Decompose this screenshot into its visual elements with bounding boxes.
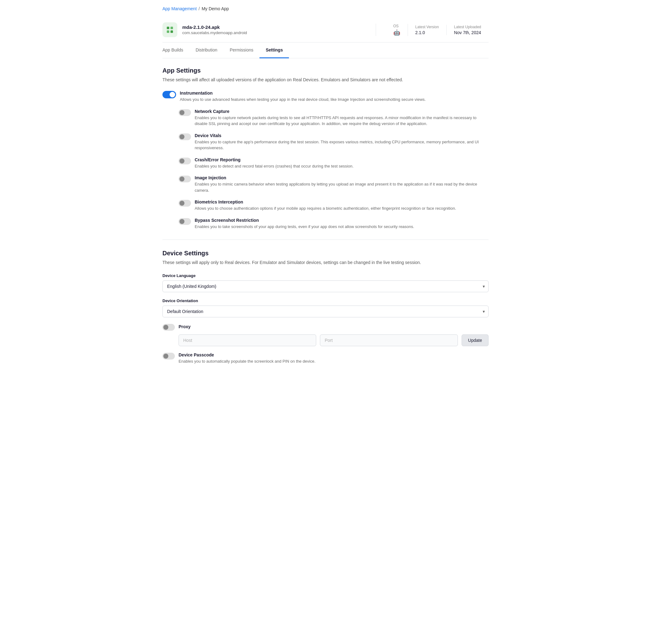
meta-uploaded: Latest Uploaded Nov 7th, 2024 xyxy=(447,25,489,35)
app-info: mda-2.1.0-24.apk com.saucelabs.mydemoapp… xyxy=(182,25,366,35)
instrumentation-toggle[interactable] xyxy=(162,91,176,98)
device-orientation-label: Device Orientation xyxy=(162,298,489,303)
meta-os: OS 🤖 xyxy=(386,24,408,36)
image-injection-toggle[interactable] xyxy=(179,176,191,182)
android-icon: 🤖 xyxy=(393,29,400,36)
breadcrumb: App Management / My Demo App xyxy=(162,6,489,11)
device-passcode-toggle[interactable] xyxy=(162,353,175,359)
breadcrumb-separator: / xyxy=(199,6,200,11)
tab-permissions[interactable]: Permissions xyxy=(223,42,259,58)
bypass-screenshot-content: Bypass Screenshot Restriction Enables yo… xyxy=(195,218,489,230)
device-passcode-content: Device Passcode Enables you to automatic… xyxy=(179,352,489,364)
tab-settings[interactable]: Settings xyxy=(259,42,289,58)
crash-error-reporting-toggle[interactable] xyxy=(179,157,191,165)
breadcrumb-current: My Demo App xyxy=(202,6,229,11)
crash-error-reporting-label: Crash/Error Reporting xyxy=(195,157,489,162)
device-language-group: Device Language English (United Kingdom)… xyxy=(162,273,489,292)
latest-uploaded-value: Nov 7th, 2024 xyxy=(454,30,481,35)
network-capture-desc: Enables you to capture network packets d… xyxy=(195,115,489,127)
proxy-label: Proxy xyxy=(179,324,191,329)
biometrics-interception-toggle[interactable] xyxy=(179,200,191,207)
instrumentation-content: Instrumentation Allows you to use advanc… xyxy=(180,91,489,103)
image-injection-desc: Enables you to mimic camera behavior whe… xyxy=(195,181,489,193)
svg-rect-4 xyxy=(170,30,173,33)
latest-version-label: Latest Version xyxy=(415,25,439,29)
biometrics-interception-row: Biometrics Interception Allows you to ch… xyxy=(179,200,489,211)
app-bundle: com.saucelabs.mydemoapp.android xyxy=(182,30,366,35)
device-passcode-label: Device Passcode xyxy=(179,352,489,357)
device-vitals-desc: Enables you to capture the app's perform… xyxy=(195,139,489,151)
proxy-update-button[interactable]: Update xyxy=(462,334,489,346)
app-filename: mda-2.1.0-24.apk xyxy=(182,25,366,30)
header-meta: OS 🤖 Latest Version 2.1.0 Latest Uploade… xyxy=(386,24,489,36)
breadcrumb-parent[interactable]: App Management xyxy=(162,6,197,11)
image-injection-label: Image Injection xyxy=(195,175,489,180)
device-vitals-toggle[interactable] xyxy=(179,134,191,140)
proxy-row: Proxy xyxy=(162,324,489,331)
device-orientation-select-wrapper: Default Orientation Portrait Landscape ▾ xyxy=(162,305,489,317)
proxy-section: Proxy Update xyxy=(162,324,489,346)
network-capture-content: Network Capture Enables you to capture n… xyxy=(195,109,489,127)
device-language-label: Device Language xyxy=(162,273,489,278)
network-capture-label: Network Capture xyxy=(195,109,489,114)
device-passcode-row: Device Passcode Enables you to automatic… xyxy=(162,352,489,364)
image-injection-content: Image Injection Enables you to mimic cam… xyxy=(195,175,489,193)
device-vitals-row: Device Vitals Enables you to capture the… xyxy=(179,133,489,151)
instrumentation-desc: Allows you to use advanced features when… xyxy=(180,96,489,103)
section-separator xyxy=(162,239,489,240)
svg-rect-1 xyxy=(167,27,169,29)
tabs: App Builds Distribution Permissions Sett… xyxy=(162,42,489,58)
instrumentation-subsettings: Network Capture Enables you to capture n… xyxy=(162,109,489,230)
device-orientation-group: Device Orientation Default Orientation P… xyxy=(162,298,489,317)
network-capture-toggle[interactable] xyxy=(179,109,191,116)
device-settings-title: Device Settings xyxy=(162,250,489,257)
device-language-select-wrapper: English (United Kingdom) English (United… xyxy=(162,281,489,292)
app-icon xyxy=(162,22,177,37)
tab-distribution[interactable]: Distribution xyxy=(189,42,223,58)
network-capture-row: Network Capture Enables you to capture n… xyxy=(179,109,489,127)
proxy-host-input[interactable] xyxy=(179,334,316,346)
proxy-port-input[interactable] xyxy=(320,334,458,346)
app-settings-description: These settings will affect all uploaded … xyxy=(162,77,489,83)
bypass-screenshot-label: Bypass Screenshot Restriction xyxy=(195,218,489,223)
proxy-inputs: Update xyxy=(179,334,489,346)
bypass-screenshot-toggle[interactable] xyxy=(179,218,191,225)
crash-error-reporting-row: Crash/Error Reporting Enables you to det… xyxy=(179,157,489,169)
app-settings-title: App Settings xyxy=(162,67,489,74)
app-header: mda-2.1.0-24.apk com.saucelabs.mydemoapp… xyxy=(162,18,489,42)
device-vitals-content: Device Vitals Enables you to capture the… xyxy=(195,133,489,151)
image-injection-row: Image Injection Enables you to mimic cam… xyxy=(179,175,489,193)
svg-rect-0 xyxy=(165,25,174,34)
crash-error-reporting-content: Crash/Error Reporting Enables you to det… xyxy=(195,157,489,169)
bypass-screenshot-desc: Enables you to take screenshots of your … xyxy=(195,224,489,230)
device-orientation-select[interactable]: Default Orientation Portrait Landscape xyxy=(162,305,489,317)
biometrics-interception-label: Biometrics Interception xyxy=(195,200,489,204)
settings-content: App Settings These settings will affect … xyxy=(162,58,489,379)
latest-version-value: 2.1.0 xyxy=(415,30,439,35)
device-vitals-label: Device Vitals xyxy=(195,133,489,138)
biometrics-interception-content: Biometrics Interception Allows you to ch… xyxy=(195,200,489,211)
proxy-toggle[interactable] xyxy=(162,324,175,331)
biometrics-interception-desc: Allows you to choose authentication opti… xyxy=(195,205,489,211)
meta-version: Latest Version 2.1.0 xyxy=(408,25,447,35)
latest-uploaded-label: Latest Uploaded xyxy=(454,25,481,29)
svg-rect-2 xyxy=(170,27,173,29)
os-label: OS xyxy=(393,24,400,28)
header-divider xyxy=(376,24,376,36)
device-passcode-desc: Enables you to automatically populate th… xyxy=(179,358,489,364)
device-settings-description: These settings will apply only to Real d… xyxy=(162,259,489,266)
device-language-select[interactable]: English (United Kingdom) English (United… xyxy=(162,281,489,292)
svg-rect-3 xyxy=(167,30,169,33)
crash-error-reporting-desc: Enables you to detect and record fatal e… xyxy=(195,163,489,169)
bypass-screenshot-row: Bypass Screenshot Restriction Enables yo… xyxy=(179,218,489,230)
instrumentation-row: Instrumentation Allows you to use advanc… xyxy=(162,91,489,103)
tab-app-builds[interactable]: App Builds xyxy=(162,42,189,58)
instrumentation-label: Instrumentation xyxy=(180,91,489,95)
